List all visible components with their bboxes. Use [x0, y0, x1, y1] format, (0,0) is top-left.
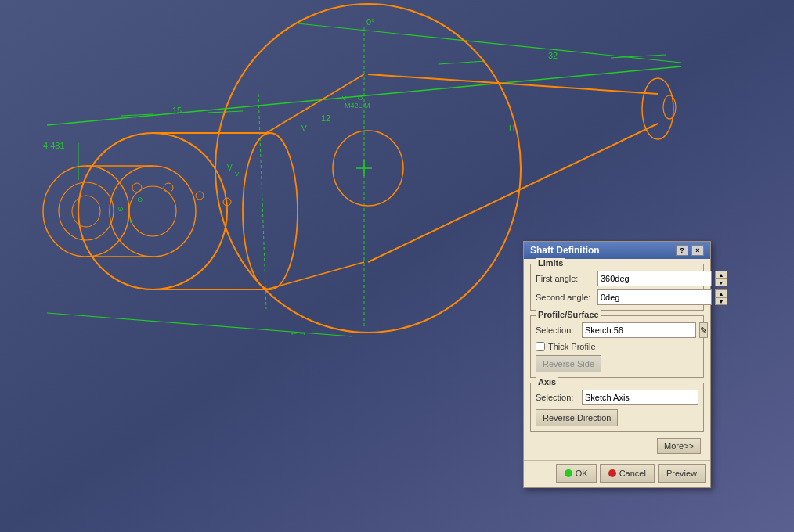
svg-text:⊙: ⊙: [137, 196, 143, 203]
svg-text:V: V: [301, 124, 307, 133]
second-angle-spinner: ▲ ▼: [715, 289, 727, 305]
profile-selection-label: Selection:: [536, 325, 579, 335]
cancel-button[interactable]: Cancel: [600, 464, 655, 483]
axis-selection-input[interactable]: [582, 390, 698, 405]
svg-text:V: V: [342, 95, 347, 102]
first-angle-spin-down[interactable]: ▼: [715, 279, 727, 286]
svg-text:V: V: [227, 164, 233, 172]
svg-text:12: 12: [321, 113, 330, 123]
axis-group-label: Axis: [536, 377, 558, 386]
second-angle-row: Second angle: ▲ ▼: [536, 289, 698, 305]
cancel-indicator: [608, 469, 616, 477]
reverse-direction-row: Reverse Direction: [536, 409, 698, 426]
svg-text:4.481: 4.481: [43, 141, 65, 150]
svg-text:V: V: [235, 171, 240, 178]
titlebar-controls: ? ×: [676, 245, 704, 256]
preview-label: Preview: [666, 469, 697, 478]
cancel-label: Cancel: [619, 469, 646, 478]
second-angle-input[interactable]: [597, 289, 712, 305]
shaft-definition-dialog: Shaft Definition ? × Limits First angle:…: [523, 241, 711, 488]
profile-selection-row: Selection: ✎: [536, 322, 698, 338]
first-angle-spin-up[interactable]: ▲: [715, 271, 727, 279]
help-button[interactable]: ?: [676, 245, 688, 256]
ok-indicator: [565, 469, 572, 477]
limits-group: Limits First angle: ▲ ▼ Second angle: ▲ …: [530, 264, 704, 311]
thick-profile-label: Thick Profile: [548, 342, 596, 351]
first-angle-row: First angle: ▲ ▼: [536, 271, 698, 286]
close-button[interactable]: ×: [691, 245, 704, 256]
svg-text:0°: 0°: [366, 17, 375, 27]
second-angle-spin-up[interactable]: ▲: [715, 289, 727, 297]
svg-text:15: 15: [172, 106, 182, 115]
preview-button[interactable]: Preview: [658, 464, 706, 483]
dialog-titlebar: Shaft Definition ? ×: [524, 242, 710, 259]
svg-text:M42LIM: M42LIM: [345, 102, 370, 110]
svg-text:32: 32: [548, 51, 558, 60]
more-row: More>>: [530, 437, 704, 454]
axis-selection-label: Selection:: [536, 393, 579, 402]
bottom-buttons: OK Cancel Preview: [524, 460, 710, 487]
more-button[interactable]: More>>: [657, 438, 701, 454]
profile-surface-label: Profile/Surface: [536, 310, 601, 319]
axis-group: Axis Selection: Reverse Direction: [530, 383, 704, 432]
dialog-content: Limits First angle: ▲ ▼ Second angle: ▲ …: [524, 259, 710, 460]
limits-group-label: Limits: [536, 258, 565, 268]
reverse-direction-button[interactable]: Reverse Direction: [536, 409, 618, 426]
svg-text:H: H: [127, 217, 132, 225]
profile-selection-input[interactable]: [582, 322, 696, 338]
ok-button[interactable]: OK: [556, 464, 597, 483]
first-angle-spinner: ▲ ▼: [715, 271, 727, 286]
reverse-side-button[interactable]: Reverse Side: [536, 355, 601, 372]
second-angle-spin-down[interactable]: ▼: [715, 297, 727, 305]
svg-text:←→: ←→: [290, 329, 307, 338]
first-angle-label: First angle:: [536, 274, 594, 283]
dialog-title: Shaft Definition: [530, 245, 600, 256]
profile-edit-button[interactable]: ✎: [699, 322, 708, 338]
svg-text:H: H: [509, 124, 514, 133]
first-angle-input[interactable]: [597, 271, 712, 286]
svg-text:O: O: [358, 95, 363, 102]
ok-label: OK: [576, 469, 588, 478]
profile-surface-group: Profile/Surface Selection: ✎ Thick Profi…: [530, 315, 704, 378]
thick-profile-row: Thick Profile: [536, 342, 698, 351]
reverse-side-row: Reverse Side: [536, 355, 698, 372]
second-angle-label: Second angle:: [536, 293, 594, 302]
thick-profile-checkbox[interactable]: [536, 342, 545, 351]
axis-selection-row: Selection:: [536, 390, 698, 405]
svg-text:⊙: ⊙: [117, 205, 124, 213]
